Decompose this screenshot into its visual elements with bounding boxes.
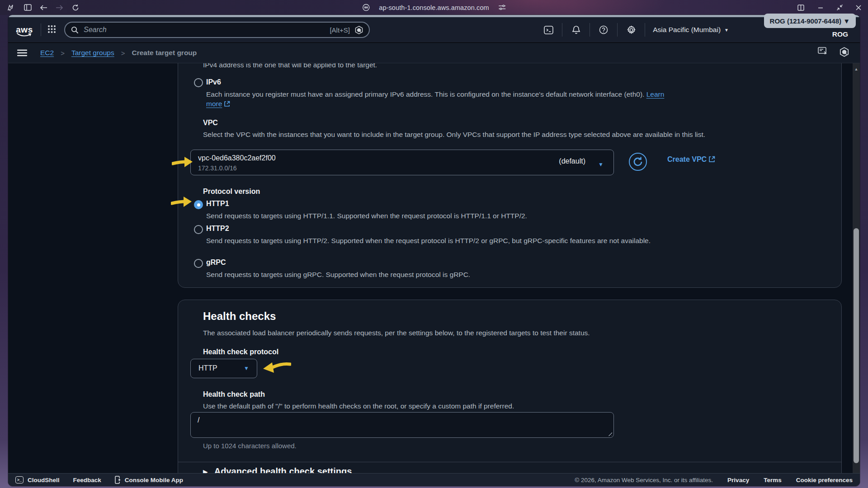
browser-chrome-bar: ap-south-1.console.aws.amazon.com	[0, 0, 868, 15]
footer-cloudshell-button[interactable]: >_ CloudShell	[15, 476, 60, 483]
aws-top-nav: aws Search [Alt+S]	[8, 17, 860, 43]
chevron-down-icon: ▼	[244, 365, 249, 371]
browser-logo-icon[interactable]	[4, 2, 17, 13]
region-selector[interactable]: Asia Pacific (Mumbai) ▼	[653, 26, 729, 34]
http2-label[interactable]: HTTP2	[206, 225, 229, 233]
url-text: ap-south-1.console.aws.amazon.com	[379, 4, 489, 11]
cloudshell-icon: >_	[15, 476, 24, 483]
ipv6-label[interactable]: IPv6	[206, 78, 221, 86]
address-bar[interactable]: ap-south-1.console.aws.amazon.com	[359, 0, 509, 15]
settings-gear-icon[interactable]	[625, 25, 637, 35]
external-link-icon	[224, 100, 230, 109]
reload-icon[interactable]	[69, 2, 82, 13]
amazon-q-icon[interactable]	[840, 47, 849, 59]
create-vpc-link[interactable]: Create VPC	[667, 155, 715, 164]
breadcrumb-current: Create target group	[132, 49, 197, 57]
cloudshell-nav-icon[interactable]	[542, 26, 554, 34]
close-icon[interactable]	[852, 2, 865, 13]
copyright-text: © 2026, Amazon Web Services, Inc. or its…	[575, 477, 713, 483]
restore-window-icon[interactable]	[833, 2, 846, 13]
health-checks-title: Health checks	[203, 310, 276, 323]
annotation-arrow-vpc	[172, 155, 193, 171]
http2-radio[interactable]	[194, 225, 203, 234]
breadcrumb-separator: >	[121, 49, 125, 57]
terms-link[interactable]: Terms	[764, 477, 782, 483]
notifications-bell-icon[interactable]	[570, 25, 582, 34]
footer-feedback-button[interactable]: Feedback	[73, 477, 101, 483]
aws-smile-icon	[16, 33, 33, 38]
http2-description: Send requests to targets using HTTP/2. S…	[206, 236, 697, 245]
breadcrumb-target-groups[interactable]: Target groups	[71, 49, 114, 57]
health-check-protocol-label: Health check protocol	[203, 348, 278, 356]
minimize-icon[interactable]	[814, 2, 827, 13]
vpc-select[interactable]: vpc-0ed6a380c2aef2f00 172.31.0.0/16 (def…	[190, 150, 614, 175]
vpc-select-value: vpc-0ed6a380c2aef2f00	[198, 154, 276, 162]
protocol-version-label: Protocol version	[203, 188, 260, 196]
health-checks-description: The associated load balancer periodicall…	[203, 328, 768, 338]
health-checks-card: Health checks The associated load balanc…	[178, 300, 842, 473]
expand-caret-icon: ▶	[203, 468, 208, 474]
chevron-down-icon: ▼	[724, 28, 729, 33]
refresh-vpc-button[interactable]	[628, 152, 648, 174]
search-shortcut: [Alt+S]	[330, 26, 350, 34]
ipv6-description: Each instance you register must have an …	[206, 89, 667, 109]
back-icon[interactable]	[37, 2, 51, 13]
browser-viewport: aws Search [Alt+S]	[8, 15, 860, 486]
forward-icon[interactable]	[52, 2, 66, 13]
http1-description: Send requests to targets using HTTP/1.1.…	[206, 211, 726, 221]
breadcrumb-bar: EC2 > Target groups > Create target grou…	[8, 43, 860, 63]
link-icon	[359, 2, 373, 13]
http1-label[interactable]: HTTP1	[206, 200, 229, 208]
console-footer: >_ CloudShell Feedback Console Mobile Ap…	[8, 473, 860, 486]
divider	[178, 462, 841, 462]
aws-logo[interactable]: aws	[14, 25, 34, 35]
mobile-phone-icon	[115, 476, 121, 484]
search-placeholder: Search	[84, 26, 107, 34]
path-constraint-text: Up to 1024 characters allowed.	[203, 441, 297, 450]
tracking-settings-icon[interactable]	[495, 2, 509, 13]
sidebar-toggle-icon[interactable]	[21, 2, 34, 13]
http1-radio[interactable]	[194, 200, 203, 209]
grpc-label[interactable]: gRPC	[206, 258, 226, 267]
annotation-arrow-protocol	[262, 358, 291, 378]
account-id-badge[interactable]: ROG (1214-9007-6448) ▼	[764, 14, 856, 28]
footer-mobile-app-link[interactable]: Console Mobile App	[115, 476, 183, 484]
chevron-down-icon: ▼	[598, 161, 604, 168]
vpc-default-badge: (default)	[559, 157, 585, 165]
divider	[41, 23, 41, 36]
health-check-protocol-select[interactable]: HTTP ▼	[190, 359, 257, 378]
search-icon	[71, 26, 79, 34]
grpc-radio[interactable]	[194, 259, 203, 268]
health-check-path-description: Use the default path of "/" to perform h…	[203, 401, 768, 411]
health-check-path-input[interactable]: /	[190, 412, 614, 438]
ipv4-clipped-text: IPv4 address is the one that will be app…	[203, 63, 377, 70]
panel-list-icon[interactable]	[794, 2, 807, 13]
breadcrumb-separator: >	[61, 49, 65, 57]
global-search-input[interactable]: Search [Alt+S]	[64, 22, 370, 38]
advanced-health-check-settings-toggle[interactable]: ▶ Advanced health check settings	[203, 466, 352, 473]
basic-configuration-card: IPv4 address is the one that will be app…	[178, 63, 842, 288]
vpc-description: Select the VPC with the instances that y…	[203, 130, 716, 139]
health-check-path-value: /	[198, 416, 199, 424]
vpc-select-cidr: 172.31.0.0/16	[198, 164, 237, 172]
page-content: IPv4 address is the one that will be app…	[8, 63, 860, 473]
ipv6-radio[interactable]	[194, 78, 203, 87]
breadcrumb-ec2[interactable]: EC2	[40, 49, 54, 57]
cookie-preferences-link[interactable]: Cookie preferences	[796, 477, 853, 483]
external-link-icon	[708, 156, 715, 164]
vpc-label: VPC	[203, 119, 218, 127]
account-menu[interactable]: ROG	[832, 30, 848, 38]
health-check-protocol-value: HTTP	[198, 364, 217, 372]
help-icon[interactable]	[598, 25, 609, 34]
annotation-arrow-http1	[171, 194, 193, 211]
vertical-scrollbar[interactable]: ▲	[853, 63, 860, 473]
console-telemetry-icon[interactable]	[818, 47, 828, 59]
privacy-link[interactable]: Privacy	[727, 477, 749, 483]
services-grid-icon[interactable]	[47, 25, 56, 35]
health-check-path-label: Health check path	[203, 390, 265, 399]
amazon-q-icon	[355, 26, 363, 34]
grpc-description: Send requests to targets using gRPC. Sup…	[206, 270, 726, 279]
scroll-up-arrow[interactable]: ▲	[853, 67, 860, 71]
scrollbar-thumb[interactable]	[854, 228, 859, 463]
hamburger-menu-icon[interactable]	[17, 49, 27, 56]
